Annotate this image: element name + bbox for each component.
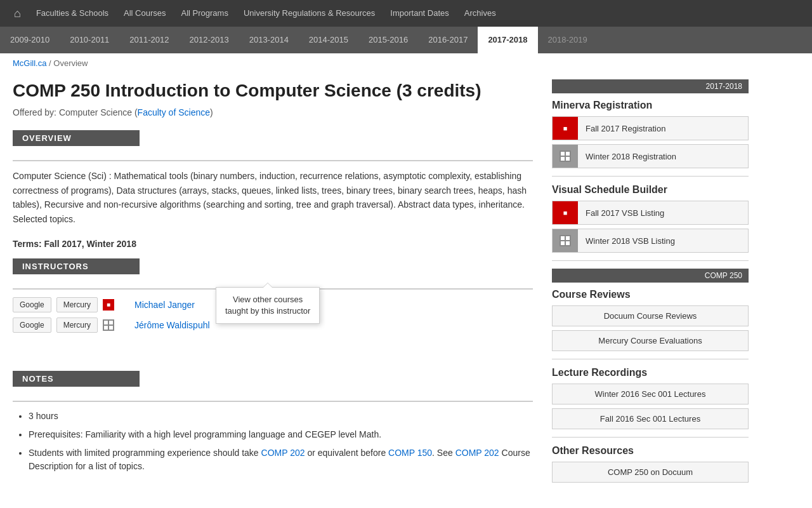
- nav-all-courses[interactable]: All Courses: [116, 0, 173, 27]
- year-2016-2017[interactable]: 2016-2017: [418, 27, 478, 53]
- fall-reg-label: Fall 2017 Registration: [578, 124, 748, 133]
- instructor-2-mercury-btn[interactable]: Mercury: [56, 318, 98, 333]
- instructor-2-grid-icon: [103, 319, 114, 331]
- terms: Terms: Fall 2017, Winter 2018: [13, 239, 533, 249]
- instructors-header: INSTRUCTORS: [13, 258, 140, 274]
- note-3: Students with limited programming experi…: [29, 446, 533, 473]
- year-2015-2016[interactable]: 2015-2016: [358, 27, 418, 53]
- year-2012-2013[interactable]: 2012-2013: [180, 27, 239, 53]
- top-nav: ⌂ Faculties & Schools All Courses All Pr…: [0, 0, 812, 27]
- fall-2016-lectures-btn[interactable]: Fall 2016 Sec 001 Lectures: [552, 408, 749, 429]
- nav-faculties[interactable]: Faculties & Schools: [29, 0, 116, 27]
- note-1: 3 hours: [29, 410, 533, 423]
- winter-vsb-label: Winter 2018 VSB Listing: [578, 236, 748, 246]
- sidebar-year-badge: 2017-2018: [552, 79, 749, 93]
- home-icon[interactable]: ⌂: [6, 7, 29, 20]
- nav-all-programs[interactable]: All Programs: [174, 0, 236, 27]
- winter-vsb-grid-icon: [553, 229, 578, 252]
- mercury-evaluations-btn[interactable]: Mercury Course Evaluations: [552, 330, 749, 351]
- notes-section: NOTES 3 hours Prerequisites: Familiarity…: [13, 371, 533, 473]
- other-resources-title: Other Resources: [552, 445, 749, 457]
- instructor-1-google-btn[interactable]: Google: [13, 297, 51, 312]
- year-2018-2019[interactable]: 2018-2019: [538, 27, 598, 53]
- minerva-title: Minerva Registration: [552, 100, 749, 111]
- instructor-2-google-btn[interactable]: Google: [13, 318, 51, 333]
- comp202-link-2[interactable]: COMP 202: [455, 448, 499, 458]
- overview-header: OVERVIEW: [13, 130, 140, 146]
- instructor-tooltip: View other courses taught by this instru…: [216, 287, 320, 324]
- lecture-title: Lecture Recordings: [552, 367, 749, 378]
- year-2014-2015[interactable]: 2014-2015: [299, 27, 358, 53]
- fall-vsb-label: Fall 2017 VSB Listing: [578, 208, 748, 218]
- note-2: Prerequisites: Familiarity with a high l…: [29, 428, 533, 441]
- nav-archives[interactable]: Archives: [457, 0, 504, 27]
- comp150-link[interactable]: COMP 150: [388, 448, 432, 458]
- sidebar-right: 2017-2018 Minerva Registration ■ Fall 20…: [552, 73, 749, 486]
- vsb-title: Visual Schedule Builder: [552, 184, 749, 196]
- year-2017-2018[interactable]: 2017-2018: [478, 27, 537, 53]
- year-2013-2014[interactable]: 2013-2014: [239, 27, 299, 53]
- comp202-link-1[interactable]: COMP 202: [261, 448, 305, 458]
- instructor-1-link[interactable]: Michael Janger: [134, 300, 195, 310]
- year-nav: 2009-2010 2010-2011 2011-2012 2012-2013 …: [0, 27, 812, 53]
- comp250-docuum-btn[interactable]: COMP 250 on Docuum: [552, 462, 749, 483]
- instructors-section: INSTRUCTORS Google Mercury ■ Michael Jan…: [13, 258, 533, 333]
- nav-regulations[interactable]: University Regulations & Resources: [236, 0, 383, 27]
- offered-by: Offered by: Computer Science (Faculty of…: [13, 107, 533, 117]
- winter-reg-label: Winter 2018 Registration: [578, 152, 748, 161]
- breadcrumb-separator: /: [46, 58, 53, 68]
- course-badge: COMP 250: [552, 269, 749, 283]
- overview-section: OVERVIEW Computer Science (Sci) : Mathem…: [13, 130, 533, 226]
- fall-2017-vsb-btn[interactable]: ■ Fall 2017 VSB Listing: [552, 201, 749, 225]
- notes-list: 3 hours Prerequisites: Familiarity with …: [13, 410, 533, 473]
- faculty-link[interactable]: Faculty of Science: [138, 107, 210, 117]
- nav-important-dates[interactable]: Important Dates: [383, 0, 457, 27]
- year-2009-2010[interactable]: 2009-2010: [0, 27, 60, 53]
- breadcrumb-page: Overview: [53, 58, 88, 68]
- course-title: COMP 250 Introduction to Computer Scienc…: [13, 79, 533, 102]
- notes-header: NOTES: [13, 371, 140, 387]
- reviews-title: Course Reviews: [552, 289, 749, 300]
- docuum-reviews-btn[interactable]: Docuum Course Reviews: [552, 305, 749, 326]
- year-2011-2012[interactable]: 2011-2012: [119, 27, 179, 53]
- breadcrumb: McGill.ca / Overview: [0, 53, 812, 73]
- instructor-1-mercury-btn[interactable]: Mercury: [56, 297, 98, 312]
- winter-2018-vsb-btn[interactable]: Winter 2018 VSB Listing: [552, 229, 749, 253]
- fall-2017-registration-btn[interactable]: ■ Fall 2017 Registration: [552, 116, 749, 140]
- winter-reg-grid-icon: [553, 145, 578, 168]
- instructor-2-link[interactable]: Jérôme Waldispuhl: [134, 320, 210, 330]
- fall-reg-red-icon: ■: [553, 117, 578, 140]
- fall-vsb-red-icon: ■: [553, 201, 578, 224]
- main-container: COMP 250 Introduction to Computer Scienc…: [0, 73, 812, 486]
- breadcrumb-site[interactable]: McGill.ca: [13, 58, 46, 68]
- winter-2016-lectures-btn[interactable]: Winter 2016 Sec 001 Lectures: [552, 384, 749, 404]
- instructor-1-red-icon: ■: [103, 299, 114, 311]
- winter-2018-registration-btn[interactable]: Winter 2018 Registration: [552, 144, 749, 168]
- year-2010-2011[interactable]: 2010-2011: [60, 27, 119, 53]
- content-left: COMP 250 Introduction to Computer Scienc…: [13, 73, 533, 486]
- overview-text: Computer Science (Sci) : Mathematical to…: [13, 169, 533, 226]
